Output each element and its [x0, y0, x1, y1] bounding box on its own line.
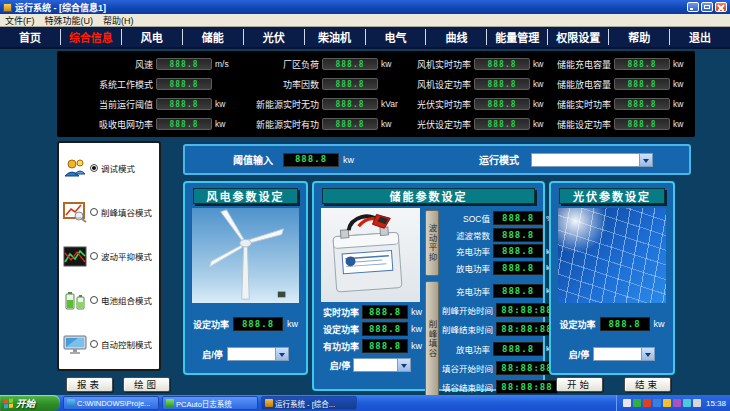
valley-discharge-power-display[interactable]: 888.8 — [493, 342, 543, 356]
radio-icon[interactable] — [90, 340, 98, 348]
storage-start-stop-label: 启/停 — [330, 359, 351, 372]
wind-start-stop-label: 启/停 — [202, 348, 223, 361]
pv-charge-power-display[interactable]: 888.8 — [493, 284, 543, 298]
nav-pv[interactable]: 光伏 — [243, 29, 304, 45]
menu-file[interactable]: 文件(F) — [5, 14, 35, 27]
readout-label: 风速 — [61, 58, 153, 71]
readout-label: 光伏实时功率 — [403, 98, 471, 111]
led-display: 888.8 — [474, 118, 530, 130]
soc-display: 888.8 — [493, 211, 543, 225]
radio-icon[interactable] — [90, 296, 98, 304]
radio-icon[interactable] — [90, 164, 98, 172]
pv-start-stop-select[interactable] — [593, 347, 655, 361]
mode-label: 波动平抑模式 — [101, 250, 152, 262]
mode-fluctuation-smoothing[interactable]: 波动平抑模式 — [63, 246, 155, 267]
menu-special-functions[interactable]: 特殊功能(U) — [45, 14, 94, 27]
readout-unit: kw — [673, 59, 695, 69]
led-display: 888.8 — [614, 58, 670, 70]
tray-icon[interactable] — [633, 399, 641, 407]
valley-end-time-display[interactable]: 88:88:88 — [496, 380, 558, 394]
unit: kw — [411, 307, 422, 317]
start-menu-button[interactable]: 开始 — [0, 395, 60, 411]
group-fluctuation-label: 波动平抑 — [425, 210, 439, 276]
report-button[interactable]: 报表 — [66, 377, 113, 392]
tray-icon[interactable] — [653, 399, 661, 407]
pv-set-power-unit: kw — [654, 319, 665, 329]
maximize-icon[interactable] — [701, 2, 713, 12]
readout-unit: kVar — [381, 99, 403, 109]
tray-icon[interactable] — [623, 399, 631, 407]
mode-auto-control[interactable]: 自动控制模式 — [63, 334, 155, 355]
led-display: 888.8 — [156, 78, 212, 90]
nav-diesel[interactable]: 柴油机 — [304, 29, 365, 45]
nav-electrical[interactable]: 电气 — [365, 29, 426, 45]
nav-overview[interactable]: 综合信息 — [60, 29, 121, 45]
taskbar-task-explorer[interactable]: C:\WINDOWS\Proje... — [63, 396, 159, 410]
end-button[interactable]: 结束 — [624, 377, 671, 392]
mode-label: 自动控制模式 — [101, 338, 152, 350]
wind-start-stop-select[interactable] — [227, 347, 289, 361]
mode-debug[interactable]: 调试模式 — [63, 158, 155, 179]
charge-power-display[interactable]: 888.8 — [493, 244, 543, 258]
battery-combo-icon — [63, 290, 87, 311]
led-display: 888.8 — [322, 58, 378, 70]
mode-peak-shaving[interactable]: 削峰填谷模式 — [63, 202, 155, 223]
led-display: 888.8 — [322, 78, 378, 90]
nav-help[interactable]: 帮助 — [608, 29, 669, 45]
pv-panel: 光伏参数设定 设定功率 888.8 kw 启/停 — [549, 181, 675, 375]
draw-button[interactable]: 绘图 — [123, 377, 170, 392]
storage-panel: 储能参数设定 实时功率 888.8 kw 设定功率 888.8 kw 有功功率 — [312, 181, 545, 391]
storage-panel-title: 储能参数设定 — [322, 188, 535, 204]
tray-icon[interactable] — [643, 399, 651, 407]
radio-icon[interactable] — [90, 252, 98, 260]
tray-icon[interactable] — [663, 399, 671, 407]
nav-storage[interactable]: 储能 — [182, 29, 243, 45]
wind-set-power-label: 设定功率 — [193, 318, 229, 331]
storage-right-column: 波动平抑 SOC值888.8% 滤波常数888.8 充电功率888.8kw 放电… — [422, 208, 558, 397]
start-menu-label: 开始 — [16, 396, 35, 410]
run-system-icon — [265, 399, 273, 407]
battery-image — [321, 208, 420, 302]
run-mode-select[interactable] — [531, 153, 653, 167]
nav-curves[interactable]: 曲线 — [425, 29, 486, 45]
tray-icon[interactable] — [693, 399, 701, 407]
menu-bar: 文件(F) 特殊功能(U) 帮助(H) — [0, 14, 730, 27]
nav-exit[interactable]: 退出 — [669, 29, 730, 45]
tray-icon[interactable] — [683, 399, 691, 407]
nav-energy-mgmt[interactable]: 能量管理 — [486, 29, 547, 45]
window-icon — [3, 3, 12, 12]
threshold-input-label: 阈值输入 — [233, 152, 273, 167]
readout-label: 吸收电网功率 — [61, 118, 153, 131]
filter-constant-display[interactable]: 888.8 — [493, 228, 543, 242]
taskbar-task-run-system[interactable]: 运行系统 - [综合... — [261, 396, 357, 410]
nav-home[interactable]: 首页 — [0, 29, 60, 45]
start-button[interactable]: 开始 — [556, 377, 603, 392]
storage-set-power-display[interactable]: 888.8 — [362, 322, 408, 336]
task-label: PCAuto日志系统 — [176, 398, 232, 409]
menu-help[interactable]: 帮助(H) — [103, 14, 134, 27]
nav-permissions[interactable]: 权限设置 — [547, 29, 608, 45]
readout-panel: 风速888.8m/s 厂区负荷888.8kw 风机实时功率888.8kw 储能充… — [57, 51, 695, 137]
pv-set-power-display[interactable]: 888.8 — [600, 317, 650, 331]
readout-label: 当前运行阈值 — [61, 98, 153, 111]
threshold-input[interactable]: 888.8 — [283, 153, 339, 167]
minimize-icon[interactable] — [687, 2, 699, 12]
wind-panel-title: 风电参数设定 — [193, 188, 298, 204]
mode-battery-combination[interactable]: 电池组合模式 — [63, 290, 155, 311]
nav-wind[interactable]: 风电 — [121, 29, 182, 45]
close-icon[interactable] — [715, 2, 727, 12]
readout-unit: kw — [673, 99, 695, 109]
storage-left-column: 实时功率 888.8 kw 设定功率 888.8 kw 有功功率 888.8 k… — [319, 208, 422, 397]
discharge-power-display[interactable]: 888.8 — [493, 261, 543, 275]
storage-active-power-label: 有功功率 — [323, 340, 359, 353]
readout-unit: kw — [381, 59, 403, 69]
wind-set-power-display[interactable]: 888.8 — [233, 317, 283, 331]
pv-start-stop-label: 启/停 — [569, 348, 590, 361]
windows-logo-icon — [4, 398, 13, 408]
pv-set-power-label: 设定功率 — [559, 318, 595, 331]
taskbar-task-log-system[interactable]: PCAuto日志系统 — [162, 396, 258, 410]
storage-start-stop-select[interactable] — [353, 358, 411, 372]
radio-icon[interactable] — [90, 208, 98, 216]
tray-icon[interactable] — [673, 399, 681, 407]
unit: kw — [411, 324, 422, 334]
